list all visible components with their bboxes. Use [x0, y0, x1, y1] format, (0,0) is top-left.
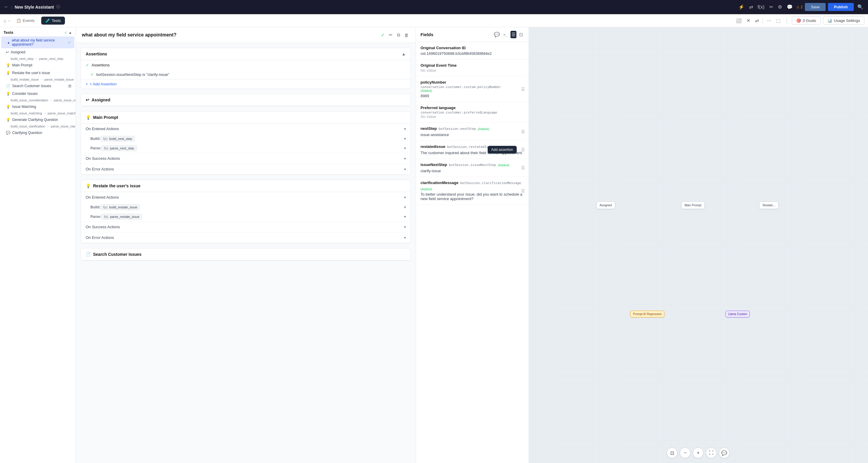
parse-arrow: ▾ [404, 146, 406, 150]
field-next-step: nextStep botSession.nextStep (Added) iss… [416, 123, 529, 141]
tab-events-label: Events [23, 19, 35, 23]
topbar-icons: ⚡ ⇄ f(x) ✂ ⚙ 💬 ⚠ 2 Save Publish 🔍 [737, 3, 864, 11]
sidebar-item-issue-matching[interactable]: 💡 Issue Matching [0, 103, 75, 111]
canvas-fit-btn[interactable]: ⊡ [667, 447, 677, 458]
add-assertion-btn[interactable]: + + Add Assertion [81, 79, 410, 89]
tools-icon[interactable]: ✂ [768, 3, 774, 11]
window-icon[interactable]: ⬜ [735, 17, 743, 25]
main-prompt-title-label: Main Prompt [93, 115, 118, 120]
usage-settings-button[interactable]: 📊 Usage Settings [823, 16, 864, 25]
sidebar-item-what-about-field[interactable]: ▲ what about my field service appointmen… [1, 36, 74, 48]
field-issue-next-step-menu-btn[interactable]: ☰ [521, 165, 525, 170]
restate-entered-arrow: ▾ [404, 195, 406, 199]
sidebar-item-search-customer[interactable]: 📄 Search Customer Issues 3 [0, 82, 75, 90]
restate-header: 💡 Restate the user's issue [81, 180, 410, 192]
fields-panel: Fields 💬 >_ ☰ ⊡ Original Conversation ID… [416, 27, 529, 463]
canvas-chat-btn[interactable]: 💬 [719, 447, 730, 458]
expand-icon[interactable]: ⬚ [775, 17, 782, 25]
assertions-parent-row: ✓ Assertions [81, 60, 410, 70]
sidebar: Tests ✓ ▲ ▲ what about my field service … [0, 27, 76, 463]
restate-build-row: Build: f(x) build_restate_issue ▾ [81, 203, 410, 212]
search-button[interactable]: 🔍 [856, 3, 864, 11]
goals-button[interactable]: 🎯 0 Goals [792, 16, 820, 25]
restate-build-fn-icon: f(x) [103, 206, 107, 209]
restate-entered-label: On Entered Actions [86, 195, 119, 199]
build-action-row: Build: f(x) build_next_step ▾ [81, 134, 410, 144]
restate-icon: 💡 [6, 71, 10, 75]
restate-entered-header[interactable]: On Entered Actions ▾ [81, 192, 410, 203]
section-collapse-btn[interactable]: ▲ [68, 31, 72, 35]
header-check-icon[interactable]: ✓ [380, 31, 386, 38]
arrow-icon-3: → [50, 98, 53, 102]
parse-label: Parse: [90, 146, 101, 150]
restate-error-arrow: ▾ [404, 236, 406, 240]
fn-icon[interactable]: f(x) [756, 3, 766, 11]
parse-next-step-badge[interactable]: f(x) parse_next_step [101, 145, 137, 151]
search-customer-section: 📄 Search Customer Issues [81, 248, 411, 261]
assertion-item-row: ✓ botSession.issueNextStep is "clarify-i… [81, 70, 410, 79]
center-header-icons: ✓ ✏ ⧉ 🗑 [380, 31, 410, 38]
build-next-step-fn-label: build_next_step [109, 137, 132, 141]
settings-icon[interactable]: ⚙ [777, 3, 783, 11]
build-fn-icon: f(x) [103, 137, 107, 141]
warning-badge: ⚠ 2 [796, 5, 803, 9]
sidebar-item-consider-issues[interactable]: 💡 Consider Issues [0, 90, 75, 97]
fields-split-icon[interactable]: ⊡ [518, 31, 524, 38]
flow-icon-2[interactable]: ⇄ [754, 17, 760, 25]
sidebar-item-assigned[interactable]: ↩ Assigned [0, 48, 75, 56]
sidebar-sub-generate: build_issue_clarification → parse_issue_… [0, 124, 75, 129]
tests-icon: 🧪 [45, 19, 50, 23]
canvas-expand-btn[interactable]: ⛶ [706, 447, 716, 458]
header-delete-icon[interactable]: 🗑 [403, 31, 410, 38]
close-icon[interactable]: ✕ [745, 17, 751, 25]
tab-events[interactable]: 📋 Events [12, 17, 39, 25]
restate-error-subsection: On Error Actions ▾ [81, 233, 410, 243]
build-next-step-badge[interactable]: f(x) build_next_step [100, 136, 135, 142]
restate-build-badge[interactable]: f(x) build_restate_issue [100, 204, 140, 210]
restate-parse-badge[interactable]: f(x) parse_restate_issue [101, 214, 142, 220]
on-success-header[interactable]: On Success Actions ▾ [81, 153, 410, 164]
fields-list-icon[interactable]: ☰ [510, 31, 517, 38]
bolt-icon[interactable]: ⚡ [737, 3, 746, 11]
restate-success-arrow: ▾ [404, 225, 406, 229]
build-consider-label: build_issue_consideration [11, 98, 48, 102]
sidebar-item-generate-clarifying[interactable]: 💡 Generate Clarifying Question [0, 116, 75, 124]
svg-rect-0 [529, 27, 868, 463]
field-next-step-menu-btn[interactable]: ☰ [521, 129, 525, 134]
save-button[interactable]: Save [805, 3, 826, 11]
sidebar-item-restate[interactable]: 💡 Restate the user's issue [0, 69, 75, 77]
publish-button[interactable]: Publish [828, 3, 854, 11]
header-edit-icon[interactable]: ✏ [388, 31, 394, 38]
flow-icon[interactable]: ⇄ [748, 3, 754, 11]
fields-chat-icon[interactable]: 💬 [493, 31, 501, 38]
field-original-conv-id-value: cid.1696019750688.b3cbf86458368fd4e2 [421, 51, 524, 56]
field-policy-menu-btn[interactable]: ☰ [521, 87, 525, 92]
back-button[interactable]: ← [4, 4, 9, 10]
on-error-header[interactable]: On Error Actions ▾ [81, 164, 410, 174]
canvas-zoom-out-btn[interactable]: − [680, 447, 690, 458]
assertions-collapse-btn[interactable]: ▲ [402, 52, 406, 56]
field-restated-menu-btn[interactable]: ☰ [521, 147, 525, 152]
canvas-zoom-in-btn[interactable]: + [693, 447, 704, 458]
header-copy-icon[interactable]: ⧉ [396, 31, 401, 38]
sidebar-item-clarifying-question[interactable]: 💬 Clarifying Question [0, 129, 75, 137]
main-prompt-header: 💡 Main Prompt [81, 112, 410, 124]
field-policy-added: (Added) [421, 89, 524, 92]
fields-terminal-icon[interactable]: >_ [502, 31, 508, 38]
restate-error-header[interactable]: On Error Actions ▾ [81, 233, 410, 243]
add-assertion-label: + Add Assertion [90, 82, 117, 86]
field-next-step-label: nextStep [421, 126, 437, 131]
chat-icon[interactable]: 💬 [785, 3, 794, 11]
on-entered-actions-header[interactable]: On Entered Actions ▾ [81, 124, 410, 134]
on-error-arrow: ▾ [404, 167, 406, 171]
tab-tests[interactable]: 🧪 Tests [41, 17, 65, 25]
field-next-step-path: botSession.nextStep [438, 127, 476, 131]
restate-success-header[interactable]: On Success Actions ▾ [81, 222, 410, 232]
divider-2 [786, 18, 787, 24]
more-icon[interactable]: ⋯ [766, 17, 773, 25]
field-restated-label: restatedIssue [421, 144, 445, 149]
field-preferred-lang-value: No Value [421, 115, 524, 119]
build-matching-label: build_issue_matching [11, 112, 42, 115]
field-clarification-menu-btn[interactable]: ☰ [521, 188, 525, 193]
sidebar-item-main-prompt[interactable]: 💡 Main Prompt [0, 61, 75, 69]
